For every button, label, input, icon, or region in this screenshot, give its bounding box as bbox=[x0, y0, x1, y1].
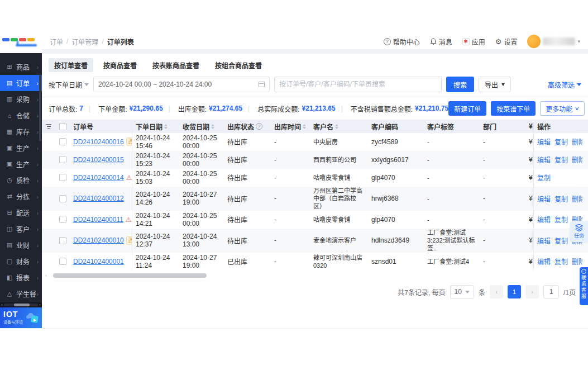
edit-link[interactable]: 编辑 bbox=[537, 215, 551, 224]
sidebar-item[interactable]: ◧ 报表 › bbox=[0, 269, 42, 286]
order-number-link[interactable]: DD24102400016 bbox=[73, 138, 124, 146]
help-tooltip-icon[interactable]: ? bbox=[256, 123, 262, 130]
customer-tags-cell: - bbox=[424, 187, 480, 210]
copy-link[interactable]: 复制 bbox=[554, 137, 568, 146]
summary-buttons: 新建订单 按菜谱下单 更多功能 ∨ bbox=[448, 101, 585, 116]
edit-link[interactable]: 编辑 bbox=[537, 257, 551, 266]
copy-link[interactable]: 复制 bbox=[554, 215, 568, 224]
sidebar-item[interactable]: ▥ 采购 › bbox=[0, 91, 42, 107]
apps-button[interactable]: 应用 bbox=[462, 37, 485, 46]
page-jump-input[interactable]: 1 bbox=[543, 285, 559, 298]
messages-button[interactable]: 消息 bbox=[430, 37, 452, 46]
row-checkbox[interactable] bbox=[59, 174, 66, 181]
order-number-link[interactable]: DD24102400001 bbox=[73, 258, 124, 266]
iot-banner[interactable]: IOT 设备与环境 bbox=[0, 307, 42, 328]
row-checkbox[interactable] bbox=[59, 237, 66, 244]
header-order-date[interactable]: 下单日期 bbox=[132, 120, 179, 133]
edit-link[interactable]: 编辑 bbox=[537, 137, 551, 146]
current-page-button[interactable]: 1 bbox=[508, 285, 521, 298]
sidebar-vertical-scrollbar[interactable] bbox=[39, 74, 41, 141]
view-tab[interactable]: 按订单查看 bbox=[49, 58, 93, 72]
select-all-checkbox[interactable] bbox=[59, 123, 66, 130]
row-operations: 编辑 复制 删除 bbox=[537, 137, 582, 146]
export-button[interactable]: 导出 bbox=[479, 77, 511, 92]
edit-link[interactable]: 编辑 bbox=[537, 194, 551, 203]
copy-link[interactable]: 复制 bbox=[554, 257, 568, 266]
order-number-link[interactable]: DD24102400012 bbox=[73, 195, 124, 202]
sort-icon[interactable] bbox=[335, 124, 338, 129]
sidebar-item[interactable]: ▤ 订单 › bbox=[0, 75, 42, 91]
next-page-button[interactable]: › bbox=[525, 285, 539, 298]
header-receive-date[interactable]: 收货日期 bbox=[179, 120, 224, 133]
view-tab[interactable]: 按商品查看 bbox=[98, 58, 142, 72]
sidebar-item[interactable]: ▣ 生产 › bbox=[0, 140, 42, 156]
order-number-link[interactable]: DD24102400010 bbox=[73, 236, 124, 244]
order-number-link[interactable]: DD24102400015 bbox=[73, 156, 124, 164]
user-menu[interactable]: ▾ bbox=[527, 35, 580, 48]
scroll-left-icon[interactable]: ‹ bbox=[45, 273, 47, 278]
sidebar-item[interactable]: ▣ 生产 › bbox=[0, 156, 42, 172]
sort-icon[interactable] bbox=[164, 124, 168, 129]
sidebar-item[interactable]: ⌂ 仓储 › bbox=[0, 107, 42, 124]
breadcrumb-order-management[interactable]: 订单管理 bbox=[71, 37, 98, 46]
settings-button[interactable]: ⚙ 设置 bbox=[495, 37, 518, 46]
row-checkbox[interactable] bbox=[59, 216, 66, 223]
delete-link[interactable]: 删除 bbox=[572, 155, 582, 164]
sidebar-item[interactable]: ⇄ 分拣 › bbox=[0, 188, 42, 205]
view-tab[interactable]: 按表账商品查看 bbox=[147, 58, 205, 72]
date-range-input[interactable]: 2024-10-24 00:00 ~ 2024-10-24 24:00 bbox=[93, 77, 270, 92]
copy-link[interactable]: 复制 bbox=[554, 155, 568, 164]
sort-icon[interactable] bbox=[303, 124, 306, 129]
prev-page-button[interactable]: ‹ bbox=[490, 285, 503, 298]
header-order-no: 订单号 bbox=[70, 120, 132, 133]
edit-link[interactable]: 编辑 bbox=[537, 236, 551, 245]
search-button[interactable]: 搜索 bbox=[446, 77, 474, 92]
breadcrumb-orders[interactable]: 订单 bbox=[50, 37, 63, 46]
scrollbar-thumb[interactable] bbox=[53, 273, 207, 278]
delete-link[interactable]: 删除 bbox=[572, 257, 582, 266]
sidebar-item[interactable]: ▤ 业财 › bbox=[0, 237, 42, 253]
date-type-select[interactable]: 按下单日期 bbox=[49, 80, 89, 89]
row-checkbox[interactable] bbox=[59, 138, 66, 145]
row-checkbox[interactable] bbox=[59, 195, 66, 202]
header-customer-name[interactable]: 客户名 bbox=[310, 120, 368, 133]
row-checkbox[interactable] bbox=[59, 258, 66, 265]
sidebar-horizontal-scrollbar[interactable]: ‹ › bbox=[0, 302, 42, 307]
advanced-filter-toggle[interactable]: 高级筛选 bbox=[548, 80, 581, 89]
copy-link[interactable]: 复制 bbox=[554, 194, 568, 203]
customer-tags-cell: - bbox=[424, 169, 480, 186]
scrollbar-thumb[interactable] bbox=[14, 304, 30, 306]
new-order-button[interactable]: 新建订单 bbox=[448, 101, 486, 116]
more-functions-button[interactable]: 更多功能 ∨ bbox=[540, 101, 585, 116]
table-horizontal-scrollbar[interactable]: ‹ › bbox=[45, 273, 585, 278]
row-checkbox[interactable] bbox=[59, 156, 66, 163]
delete-link[interactable]: 删除 bbox=[572, 137, 582, 146]
sidebar-item[interactable]: ⊞ 商品 › bbox=[0, 59, 42, 75]
delete-link[interactable]: 删除 bbox=[572, 194, 582, 203]
sidebar-item[interactable]: ◷ 质检 › bbox=[0, 172, 42, 188]
sidebar-item[interactable]: ▦ 库存 › bbox=[0, 124, 42, 140]
sidebar-item[interactable]: ▢ 财务 › bbox=[0, 253, 42, 269]
column-settings-button[interactable] bbox=[42, 120, 55, 133]
task-panel-button[interactable]: 任务 bbox=[570, 221, 588, 242]
sidebar-item[interactable]: ⊟ 配送 › bbox=[0, 205, 42, 221]
sort-icon[interactable] bbox=[211, 124, 214, 129]
copy-link[interactable]: 复制 bbox=[554, 236, 568, 245]
sidebar-item[interactable]: △ 学生餐 › bbox=[0, 286, 42, 302]
header-outbound-time[interactable]: 出库时间 bbox=[271, 120, 310, 133]
page-size-select[interactable]: 10 bbox=[450, 285, 474, 298]
search-input[interactable] bbox=[274, 77, 442, 92]
scroll-left-icon[interactable]: ‹ bbox=[1, 302, 3, 307]
contact-support-button[interactable]: ⋯ 联系客服 bbox=[580, 267, 588, 305]
sidebar-item[interactable]: ◫ 客户 › bbox=[0, 221, 42, 237]
view-tab[interactable]: 按组合商品查看 bbox=[209, 58, 267, 72]
order-number-link[interactable]: DD24102400014 bbox=[73, 174, 124, 182]
edit-link[interactable]: 复制 bbox=[537, 173, 551, 182]
edit-link[interactable]: 编辑 bbox=[537, 155, 551, 164]
order-by-recipe-button[interactable]: 按菜谱下单 bbox=[491, 101, 536, 116]
help-center-button[interactable]: ? 帮助中心 bbox=[384, 37, 420, 46]
scroll-right-icon[interactable]: › bbox=[39, 302, 41, 307]
bell-icon bbox=[430, 38, 437, 45]
order-number-link[interactable]: DD24102400011 bbox=[73, 216, 123, 224]
warning-icon: ⚠ bbox=[126, 174, 132, 181]
